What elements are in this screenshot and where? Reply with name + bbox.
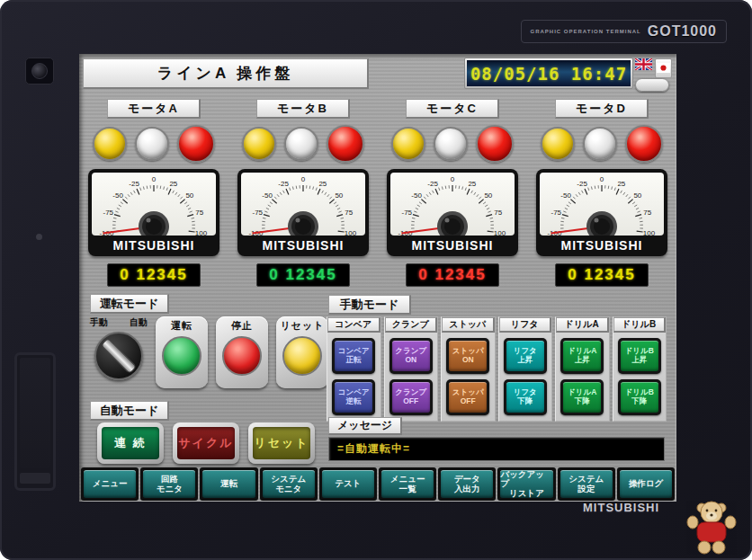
nav-run-button[interactable]: 運転 [200,467,257,501]
auto-mode-section-label: 自動モード [90,401,169,421]
yellow-lamp-icon [242,127,276,161]
sensor-lens-icon [31,63,48,79]
svg-text:-50: -50 [262,191,273,200]
page-title: ラインA 操作盤 [83,58,369,89]
reset-button-label: リセット [280,319,324,333]
svg-text:-25: -25 [129,180,139,188]
conveyor-reverse-button[interactable]: コンベア逆転 [332,379,375,415]
usb-door-handle[interactable] [20,473,50,484]
motor-c-counter: 0 12345 [406,263,499,287]
white-lamp-icon [434,127,468,161]
svg-text:25: 25 [617,180,625,188]
run-button-label: 運転 [171,319,192,333]
svg-text:75: 75 [345,209,353,217]
stopper-on-button[interactable]: ストッパON [446,338,489,374]
counter-value: 0 12345 [568,266,635,284]
manual-auto-selector[interactable]: 手動 自動 [90,316,148,388]
auto-reset-button[interactable]: リセット [248,422,315,464]
motor-a-analog-meter: -100-75-50-250255075100 MITSUBISHI [88,169,219,256]
stopper-off-button[interactable]: ストッパOFF [446,379,489,415]
svg-text:-75: -75 [253,209,264,217]
stop-button[interactable]: 停止 [216,316,268,388]
rotary-switch-icon[interactable] [94,332,143,380]
svg-text:0: 0 [301,175,306,183]
drill-b-down-button[interactable]: ドリルB下降 [618,379,661,415]
svg-text:25: 25 [468,180,476,188]
lifter-down-button[interactable]: リフタ下降 [504,379,547,415]
clamp-on-button[interactable]: クランプON [389,338,433,374]
nav-operation-log-button[interactable]: 操作ログ [617,467,675,501]
got-logo-subtext: GRAPHIC OPERATION TERMINAL [531,29,641,34]
message-section-label: メッセージ [328,417,402,435]
motor-a-label: モータA [107,99,201,119]
green-button-icon[interactable] [162,336,201,376]
motor-a-panel: モータA -100-75-50-250255075100 MITSUBISHI … [79,99,228,287]
svg-text:-25: -25 [278,180,289,188]
meter-brand-label: MITSUBISHI [540,236,664,254]
motor-b-analog-meter: -100-75-50-250255075100 MITSUBISHI [237,169,369,256]
white-lamp-icon [135,127,169,161]
got1000-logo: GRAPHIC OPERATION TERMINAL GOT1000 [521,20,728,43]
continuous-button[interactable]: 連 続 [97,422,164,464]
nav-data-io-button[interactable]: データ入出力 [438,467,496,501]
nav-test-button[interactable]: テスト [319,467,377,501]
nav-system-monitor-button[interactable]: システムモニタ [260,467,318,501]
drill-a-column: ドリルA ドリルA上昇 ドリルA下降 [555,316,610,422]
motor-d-indicator-lights [541,123,663,164]
yellow-lamp-icon [93,127,127,161]
svg-text:0: 0 [451,175,455,183]
drill-a-header: ドリルA [556,317,609,333]
run-button[interactable]: 運転 [156,316,208,388]
stop-button-label: 停止 [231,319,253,333]
meter-brand-label: MITSUBISHI [92,236,216,254]
lifter-up-button[interactable]: リフタ上昇 [504,338,547,374]
yellow-button-icon[interactable] [282,336,322,376]
svg-text:-50: -50 [411,191,422,200]
red-lamp-icon [476,125,514,163]
message-display: =自動運転中= [328,437,665,461]
usb-door-panel [20,358,50,468]
lifter-header: リフタ [499,317,552,333]
svg-text:50: 50 [484,191,492,200]
svg-text:0: 0 [152,175,157,183]
red-button-icon[interactable] [222,336,262,376]
nav-menu-list-button[interactable]: メニュー一覧 [379,467,436,501]
switch-lever-icon [100,337,137,374]
meter-dial-icon: -100-75-50-250255075100 [241,173,365,236]
datetime-value: 08/05/16 16:47 [467,60,631,86]
manual-mode-section-label: 手動モード [328,295,411,315]
drill-a-down-button[interactable]: ドリルA下降 [560,379,604,415]
japan-flag-button[interactable] [655,58,672,78]
motor-c-panel: モータC -100-75-50-250255075100 MITSUBISHI … [378,99,527,287]
usb-cover-door[interactable] [14,352,56,491]
drill-b-header: ドリルB [613,317,667,333]
svg-text:100: 100 [195,229,208,236]
nav-menu-button[interactable]: メニュー [81,467,139,501]
nav-backup-restore-button[interactable]: バックアップリストア [497,467,555,501]
conveyor-header: コンベア [327,317,380,333]
clamp-off-button[interactable]: クランプOFF [389,379,433,415]
got1000-terminal: GRAPHIC OPERATION TERMINAL GOT1000 MITSU… [0,0,752,560]
nav-circuit-monitor-button[interactable]: 回路モニタ [140,467,198,501]
motor-b-counter: 0 12345 [256,263,350,287]
drill-b-column: ドリルB ドリルB上昇 ドリルB下降 [613,316,667,422]
conveyor-forward-button[interactable]: コンベア正転 [332,338,375,374]
white-lamp-icon [583,127,617,161]
drill-b-up-button[interactable]: ドリルB上昇 [618,338,661,374]
bezel-sensor [25,58,54,84]
drill-a-up-button[interactable]: ドリルA上昇 [560,338,604,374]
reset-button[interactable]: リセット [276,316,328,388]
meter-brand-label: MITSUBISHI [390,236,515,254]
selector-auto-label: 自動 [130,316,148,329]
language-switch-button[interactable] [635,78,669,92]
run-mode-controls: 手動 自動 運転 停止 リセット [90,316,328,388]
uk-flag-icon[interactable] [635,58,652,70]
stopper-column: ストッパ ストッパON ストッパOFF [441,316,496,422]
clamp-column: クランプ クランプON クランプOFF [384,316,439,422]
nav-system-settings-button[interactable]: システム設定 [558,467,615,501]
cycle-button[interactable]: サイクル [173,422,239,464]
counter-value: 0 12345 [269,266,336,284]
stopper-header: ストッパ [442,317,495,333]
motor-b-indicator-lights [242,123,364,164]
svg-text:-25: -25 [427,180,438,188]
